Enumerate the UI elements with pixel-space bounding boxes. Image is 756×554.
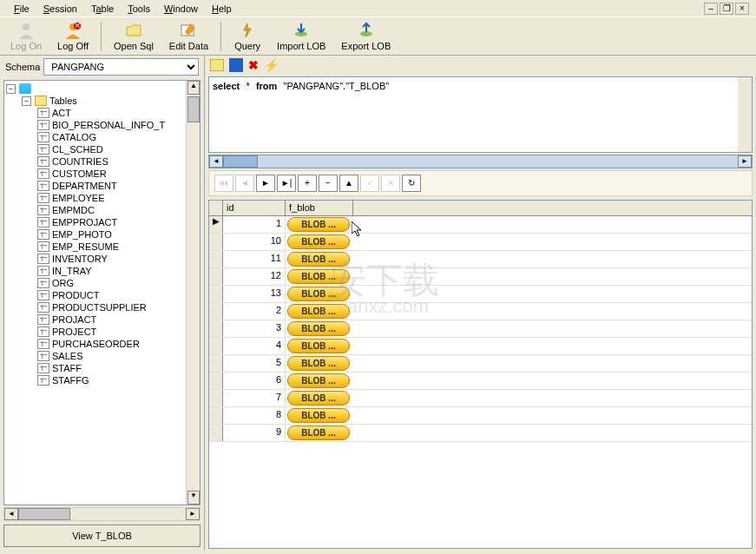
menu-tools[interactable]: Tools: [121, 2, 157, 16]
col-blob-header[interactable]: f_blob: [286, 201, 353, 215]
table-row[interactable]: 12BLOB ...: [209, 268, 752, 286]
blob-button[interactable]: BLOB ...: [287, 373, 350, 388]
tree-table-item[interactable]: CL_SCHED: [37, 143, 198, 155]
tree-table-item[interactable]: STAFF: [37, 362, 198, 374]
tree-table-item[interactable]: CUSTOMER: [37, 168, 198, 180]
tree-table-item[interactable]: IN_TRAY: [37, 265, 198, 277]
tree-table-item[interactable]: DEPARTMENT: [37, 180, 198, 192]
scroll-right-icon[interactable]: ►: [738, 155, 752, 168]
table-row[interactable]: 8BLOB ...: [209, 407, 752, 425]
cancel-button[interactable]: ✕: [381, 175, 400, 192]
hscroll-thumb[interactable]: [18, 508, 70, 520]
check-button[interactable]: ✓: [360, 175, 379, 192]
delete-icon[interactable]: ✖: [248, 58, 259, 72]
scroll-left-icon[interactable]: ◄: [209, 155, 223, 168]
scroll-up-icon[interactable]: ▲: [187, 81, 200, 95]
logoff-button[interactable]: × Log Off: [50, 20, 95, 53]
id-cell[interactable]: 9: [223, 425, 286, 441]
tree-table-item[interactable]: PROJACT: [37, 313, 198, 326]
tree-table-item[interactable]: INVENTORY: [37, 253, 198, 265]
tree-table-item[interactable]: SALES: [37, 350, 198, 362]
table-row[interactable]: 2BLOB ...: [209, 303, 752, 320]
hscroll-thumb[interactable]: [223, 155, 258, 168]
table-row[interactable]: ▶1BLOB ...: [209, 216, 752, 234]
tree-table-item[interactable]: PRODUCTSUPPLIER: [37, 301, 198, 313]
menu-help[interactable]: Help: [205, 2, 239, 16]
schema-select[interactable]: PANGPANG: [43, 58, 199, 76]
tree-root[interactable]: −: [6, 82, 198, 95]
collapse-icon[interactable]: −: [22, 96, 31, 106]
tree-table-item[interactable]: EMPMDC: [37, 204, 198, 216]
sql-editor[interactable]: select * from "PANGPANG"."T_BLOB": [208, 76, 753, 153]
menu-session[interactable]: Session: [36, 2, 84, 16]
restore-icon[interactable]: ❐: [720, 3, 733, 15]
folder-open-icon[interactable]: [210, 59, 224, 71]
sql-hscroll[interactable]: ◄ ►: [208, 155, 753, 168]
id-cell[interactable]: 11: [223, 251, 286, 267]
tree-table-item[interactable]: STAFFG: [37, 374, 198, 386]
last-button[interactable]: ►|: [277, 175, 296, 192]
blob-button[interactable]: BLOB ...: [287, 391, 350, 406]
tree-table-item[interactable]: PROJECT: [37, 326, 198, 338]
table-row[interactable]: 7BLOB ...: [209, 390, 752, 407]
blob-button[interactable]: BLOB ...: [287, 304, 350, 319]
tree-table-item[interactable]: ORG: [37, 277, 198, 289]
menu-window[interactable]: Window: [157, 2, 205, 16]
table-row[interactable]: 5BLOB ...: [209, 355, 752, 373]
table-row[interactable]: 11BLOB ...: [209, 251, 752, 268]
tree-table-item[interactable]: EMPPROJACT: [37, 216, 198, 228]
tree-table-item[interactable]: ACT: [37, 107, 198, 119]
blob-button[interactable]: BLOB ...: [287, 287, 350, 301]
tree-table-item[interactable]: BIO_PERSONAL_INFO_T: [37, 119, 198, 131]
id-cell[interactable]: 6: [223, 373, 286, 389]
tree-table-item[interactable]: PURCHASEORDER: [37, 338, 198, 350]
tree-table-item[interactable]: EMP_PHOTO: [37, 228, 198, 241]
blob-button[interactable]: BLOB ...: [287, 321, 350, 336]
tree-vscroll[interactable]: ▲ ▼: [186, 81, 200, 505]
refresh-button[interactable]: ↻: [402, 175, 421, 192]
exportlob-button[interactable]: Export LOB: [334, 20, 398, 53]
tree-table-item[interactable]: EMPLOYEE: [37, 192, 198, 204]
add-button[interactable]: +: [298, 175, 317, 192]
table-row[interactable]: 6BLOB ...: [209, 373, 752, 390]
prev-button[interactable]: ◄: [235, 175, 254, 192]
sql-vscroll[interactable]: [738, 77, 752, 152]
blob-button[interactable]: BLOB ...: [287, 339, 350, 353]
table-row[interactable]: 10BLOB ...: [209, 234, 752, 251]
next-button[interactable]: ►: [256, 175, 275, 192]
id-cell[interactable]: 12: [223, 268, 286, 285]
save-icon[interactable]: [229, 58, 243, 72]
id-cell[interactable]: 1: [223, 216, 286, 233]
blob-button[interactable]: BLOB ...: [287, 425, 350, 440]
id-cell[interactable]: 7: [223, 390, 286, 406]
remove-button[interactable]: −: [319, 175, 338, 192]
close-icon[interactable]: ×: [735, 3, 749, 15]
editdata-button[interactable]: Edit Data: [162, 20, 215, 53]
menu-table[interactable]: Table: [84, 2, 121, 16]
tree-view[interactable]: − − Tables ACTBIO_PERSONAL_INFO_TCATALOG…: [3, 80, 201, 505]
opensql-button[interactable]: Open Sql: [107, 20, 161, 53]
tree-table-item[interactable]: PRODUCT: [37, 289, 198, 301]
blob-button[interactable]: BLOB ...: [287, 356, 350, 371]
blob-button[interactable]: BLOB ...: [287, 217, 350, 232]
id-cell[interactable]: 8: [223, 407, 286, 424]
logon-button[interactable]: Log On: [3, 20, 49, 53]
blob-button[interactable]: BLOB ...: [287, 234, 350, 249]
scroll-down-icon[interactable]: ▼: [187, 491, 200, 505]
tree-table-item[interactable]: CATALOG: [37, 131, 198, 143]
scroll-thumb[interactable]: [187, 96, 200, 122]
id-cell[interactable]: 5: [223, 355, 286, 372]
id-cell[interactable]: 10: [223, 234, 286, 250]
scroll-left-icon[interactable]: ◄: [4, 508, 18, 520]
view-table-button[interactable]: View T_BLOB: [3, 524, 201, 547]
table-row[interactable]: 4BLOB ...: [209, 338, 752, 355]
id-cell[interactable]: 3: [223, 320, 286, 337]
blob-button[interactable]: BLOB ...: [287, 269, 350, 284]
id-cell[interactable]: 2: [223, 303, 286, 320]
collapse-icon[interactable]: −: [6, 84, 16, 94]
up-button[interactable]: ▲: [339, 175, 358, 192]
tree-table-item[interactable]: COUNTRIES: [37, 155, 198, 168]
importlob-button[interactable]: Import LOB: [270, 20, 332, 53]
execute-icon[interactable]: ⚡: [264, 58, 279, 72]
id-cell[interactable]: 4: [223, 338, 286, 354]
